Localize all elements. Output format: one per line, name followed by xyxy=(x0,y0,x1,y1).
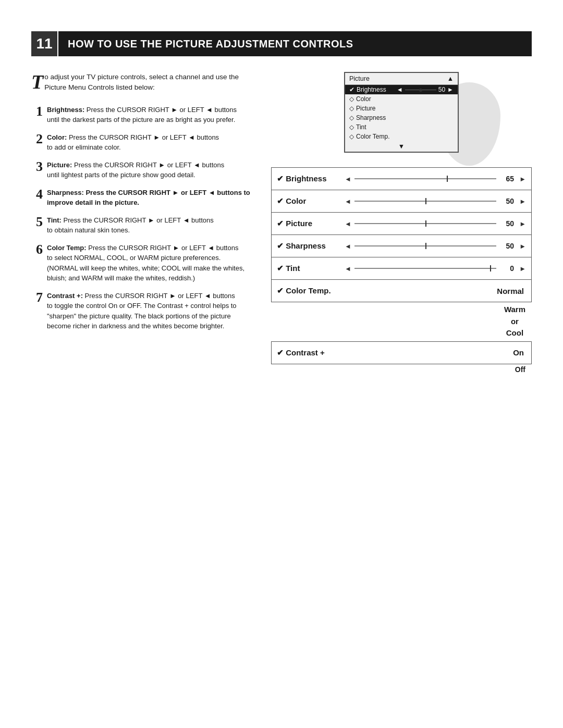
menu-bottom-row: ▼ xyxy=(345,141,458,152)
or-text: or xyxy=(511,317,519,326)
warm-cool-block: Warm or Cool xyxy=(271,302,532,341)
warm-text: Warm xyxy=(504,305,525,314)
ctrl-label-tint: ✔ Tint xyxy=(272,261,339,276)
control-rows: ✔ Brightness ◄ 65 ► ✔ Color ◄ xyxy=(271,167,532,374)
ctrl-value-contrast-on: On xyxy=(339,342,531,364)
step-number-1: 1 xyxy=(31,105,43,118)
menu-check-tint: ◇ xyxy=(349,124,354,131)
step-title-2: Color: xyxy=(47,133,67,141)
ctrl-row-tint: ✔ Tint ◄ 0 ► xyxy=(271,257,532,280)
ctrl-track-picture xyxy=(354,223,496,224)
ctrl-row-sharpness: ✔ Sharpness ◄ 50 ► xyxy=(271,235,532,257)
step-item: 7 Contrast +: Press the CURSOR RIGHT ► o… xyxy=(31,291,250,331)
step-number-7: 7 xyxy=(31,291,43,304)
menu-label-picture: Picture xyxy=(356,105,375,112)
ctrl-row-contrast: ✔ Contrast + On xyxy=(271,341,532,364)
ctrl-track-brightness xyxy=(354,178,496,179)
menu-item-sharpness[interactable]: ◇ Sharpness xyxy=(345,113,458,122)
step-body-1: until the darkest parts of the picture a… xyxy=(47,116,235,124)
ctrl-left-arrow-brightness: ◄ xyxy=(345,175,351,183)
page-container: 11 How to Use the Picture Adjustment Con… xyxy=(0,0,563,728)
step-title-5: Tint: xyxy=(47,216,62,224)
header-number: 11 xyxy=(31,31,58,56)
header-title: How to Use the Picture Adjustment Contro… xyxy=(58,31,363,56)
ctrl-value-color: 50 xyxy=(499,197,514,205)
ctrl-right-arrow-picture: ► xyxy=(519,220,526,228)
menu-label-color: Color xyxy=(356,95,371,103)
step-title-3: Picture: xyxy=(47,161,72,169)
menu-box-container: Picture ▲ ✔ Brightness ◄ xyxy=(271,72,532,153)
menu-slider-line xyxy=(405,90,436,90)
ctrl-value-tint: 0 xyxy=(499,264,514,273)
off-text: Off xyxy=(271,365,532,374)
step-item: 5 Tint: Press the CURSOR RIGHT ► or LEFT… xyxy=(31,215,250,236)
step-title-rest-2: Press the CURSOR RIGHT ► or LEFT ◄ butto… xyxy=(67,133,219,141)
menu-label-brightness: Brightness xyxy=(357,86,386,93)
menu-slider-dot xyxy=(419,89,422,92)
ctrl-value-picture: 50 xyxy=(499,219,514,228)
menu-down-arrow: ▼ xyxy=(398,143,405,150)
menu-item-brightness[interactable]: ✔ Brightness ◄ 50 ► xyxy=(345,85,458,94)
step-body-7: to toggle the control On or OFF. The Con… xyxy=(47,302,237,330)
ctrl-marker-sharpness xyxy=(425,243,426,249)
step-number-4: 4 xyxy=(31,188,43,201)
menu-box: Picture ▲ ✔ Brightness ◄ xyxy=(344,72,459,153)
step-title-1: Brightness: xyxy=(47,106,84,114)
ctrl-right-arrow-sharpness: ► xyxy=(519,242,526,250)
ctrl-marker-picture xyxy=(425,220,426,227)
step-content-3: Picture: Press the CURSOR RIGHT ► or LEF… xyxy=(47,160,224,180)
left-column: To adjust your TV picture controls, sele… xyxy=(31,72,250,374)
step-content-1: Brightness: Press the CURSOR RIGHT ► or … xyxy=(47,105,237,125)
ctrl-row-brightness: ✔ Brightness ◄ 65 ► xyxy=(271,167,532,190)
menu-item-colortemp[interactable]: ◇ Color Temp. xyxy=(345,132,458,141)
step-item: 4 Sharpness: Press the CURSOR RIGHT ► or… xyxy=(31,188,250,208)
ctrl-row-color: ✔ Color ◄ 50 ► xyxy=(271,190,532,213)
ctrl-slider-tint: ◄ 0 ► xyxy=(339,264,531,273)
menu-box-title: Picture xyxy=(349,75,370,82)
step-title-rest-1: Press the CURSOR RIGHT ► or LEFT ◄ butto… xyxy=(84,106,237,114)
step-title-7: Contrast +: xyxy=(47,292,83,300)
intro-body: o adjust your TV picture controls, selec… xyxy=(44,73,239,91)
ctrl-right-arrow-color: ► xyxy=(519,198,526,205)
ctrl-label-sharpness: ✔ Sharpness xyxy=(272,238,339,254)
step-content-7: Contrast +: Press the CURSOR RIGHT ► or … xyxy=(47,291,250,331)
steps-list: 1 Brightness: Press the CURSOR RIGHT ► o… xyxy=(31,105,250,331)
drop-cap: T xyxy=(31,74,43,90)
ctrl-label-colortemp: ✔ Color Temp. xyxy=(272,280,339,302)
ctrl-row-colortemp: ✔ Color Temp. Normal xyxy=(271,279,532,302)
ctrl-track-sharpness xyxy=(354,245,496,246)
step-content-2: Color: Press the CURSOR RIGHT ► or LEFT … xyxy=(47,132,219,153)
menu-box-up-arrow: ▲ xyxy=(447,75,454,82)
content-area: To adjust your TV picture controls, sele… xyxy=(31,72,532,374)
step-title-rest-7: Press the CURSOR RIGHT ► or LEFT ◄ butto… xyxy=(83,292,235,300)
step-content-4: Sharpness: Press the CURSOR RIGHT ► or L… xyxy=(47,188,250,208)
ctrl-track-tint xyxy=(354,268,496,269)
ctrl-slider-brightness: ◄ 65 ► xyxy=(339,175,531,183)
ctrl-left-arrow-picture: ◄ xyxy=(345,220,351,228)
menu-item-tint[interactable]: ◇ Tint xyxy=(345,122,458,132)
menu-check-sharpness: ◇ xyxy=(349,114,354,121)
step-title-rest-3: Press the CURSOR RIGHT ► or LEFT ◄ butto… xyxy=(72,161,224,169)
ctrl-marker-brightness xyxy=(447,176,448,182)
step-title-rest-6: Press the CURSOR RIGHT ► or LEFT ◄ butto… xyxy=(87,244,239,252)
ctrl-label-picture: ✔ Picture xyxy=(272,216,339,231)
ctrl-right-arrow-brightness: ► xyxy=(519,175,526,183)
step-number-5: 5 xyxy=(31,215,43,229)
ctrl-slider-picture: ◄ 50 ► xyxy=(339,219,531,228)
menu-label-sharpness: Sharpness xyxy=(356,114,386,121)
menu-item-picture[interactable]: ◇ Picture xyxy=(345,104,458,113)
menu-item-color[interactable]: ◇ Color xyxy=(345,94,458,104)
step-body-2: to add or eliminate color. xyxy=(47,143,121,151)
step-number-2: 2 xyxy=(31,132,43,146)
ctrl-track-color xyxy=(354,201,496,202)
step-content-6: Color Temp: Press the CURSOR RIGHT ► or … xyxy=(47,243,250,283)
right-column: Picture ▲ ✔ Brightness ◄ xyxy=(271,72,532,374)
intro-text: To adjust your TV picture controls, sele… xyxy=(31,72,250,93)
menu-box-title-row: Picture ▲ xyxy=(345,73,458,85)
step-item: 2 Color: Press the CURSOR RIGHT ► or LEF… xyxy=(31,132,250,153)
ctrl-left-arrow-color: ◄ xyxy=(345,198,351,205)
ctrl-left-arrow-sharpness: ◄ xyxy=(345,242,351,250)
cool-text: Cool xyxy=(506,328,523,337)
step-item: 6 Color Temp: Press the CURSOR RIGHT ► o… xyxy=(31,243,250,283)
warm-cool-text: Warm or Cool xyxy=(504,304,525,339)
